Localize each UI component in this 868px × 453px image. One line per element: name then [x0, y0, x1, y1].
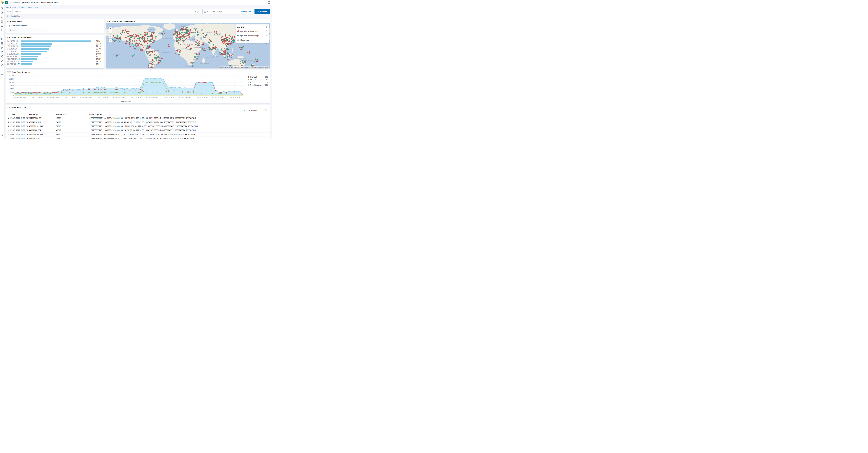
expand-row-icon[interactable]	[8, 129, 10, 131]
geo-point[interactable]	[151, 39, 152, 40]
machine-learning-icon[interactable]	[0, 33, 4, 36]
geo-point[interactable]	[187, 27, 188, 28]
geo-point[interactable]	[183, 41, 184, 42]
geo-point[interactable]	[221, 38, 222, 39]
geo-point[interactable]	[151, 35, 152, 36]
share-button[interactable]: Share	[19, 6, 24, 8]
geo-point[interactable]	[143, 47, 144, 48]
geo-point[interactable]	[148, 65, 149, 66]
geo-point[interactable]	[185, 29, 186, 30]
geo-point[interactable]	[182, 29, 183, 30]
geo-point[interactable]	[134, 54, 135, 55]
geo-point[interactable]	[188, 31, 189, 32]
geo-point[interactable]	[182, 28, 183, 29]
geo-point[interactable]	[245, 62, 246, 63]
geo-point[interactable]	[127, 41, 128, 42]
geo-point[interactable]	[187, 32, 188, 33]
geo-point[interactable]	[129, 43, 130, 44]
geo-point[interactable]	[123, 30, 124, 31]
geo-point[interactable]	[221, 49, 222, 50]
geo-point[interactable]	[203, 44, 204, 45]
geo-point[interactable]	[225, 51, 226, 52]
search-input[interactable]	[12, 10, 193, 13]
column-time[interactable]: Time	[10, 113, 29, 116]
geo-point[interactable]	[222, 54, 223, 55]
geo-point[interactable]	[179, 51, 180, 52]
geo-point[interactable]	[145, 41, 146, 42]
geo-point[interactable]	[180, 33, 181, 34]
geo-point[interactable]	[223, 51, 224, 52]
geo-point[interactable]	[114, 37, 115, 38]
geo-point[interactable]	[207, 34, 208, 35]
expand-row-icon[interactable]	[8, 121, 10, 123]
geo-point[interactable]	[180, 29, 181, 30]
geo-point[interactable]	[127, 33, 128, 34]
geo-point[interactable]	[143, 41, 144, 42]
geo-point[interactable]	[116, 37, 117, 38]
geo-point[interactable]	[225, 41, 226, 42]
geo-point[interactable]	[194, 57, 195, 58]
geo-point[interactable]	[184, 32, 185, 33]
geo-point[interactable]	[158, 63, 159, 64]
geo-point[interactable]	[136, 40, 137, 41]
geo-point[interactable]	[179, 54, 180, 55]
geo-point[interactable]	[176, 37, 177, 38]
geo-point[interactable]	[192, 65, 193, 66]
geo-point[interactable]	[208, 42, 209, 43]
geo-point[interactable]	[220, 54, 221, 55]
geo-point[interactable]	[185, 39, 186, 40]
ip-bar[interactable]	[21, 56, 91, 57]
geo-point[interactable]	[138, 43, 140, 44]
geo-point[interactable]	[227, 54, 228, 55]
geo-point[interactable]	[184, 34, 185, 35]
geo-point[interactable]	[117, 36, 118, 37]
legend-item[interactable]: ACCEPT253	[248, 79, 268, 81]
geo-point[interactable]	[169, 46, 170, 47]
geo-point[interactable]	[113, 35, 114, 36]
geo-point[interactable]	[182, 39, 183, 41]
geo-point[interactable]	[179, 40, 180, 41]
geo-point[interactable]	[130, 41, 131, 42]
geo-point[interactable]	[187, 35, 188, 36]
geo-point[interactable]	[223, 41, 224, 42]
geo-point[interactable]	[230, 36, 231, 37]
geo-point[interactable]	[227, 53, 228, 54]
add-filter-button[interactable]: + Add filter	[11, 15, 20, 17]
geo-point[interactable]	[256, 59, 258, 60]
geo-point[interactable]	[117, 38, 118, 39]
geo-point[interactable]	[146, 51, 147, 53]
geo-point[interactable]	[242, 65, 243, 66]
geo-point[interactable]	[150, 35, 151, 36]
full-screen-button[interactable]: Full screen	[6, 6, 16, 8]
geo-point[interactable]	[133, 55, 134, 56]
geo-point[interactable]	[177, 32, 178, 33]
geo-point[interactable]	[158, 62, 159, 63]
geo-point[interactable]	[240, 63, 241, 64]
geo-point[interactable]	[197, 45, 198, 46]
geo-point[interactable]	[126, 37, 127, 38]
geo-point[interactable]	[161, 33, 162, 34]
geo-point[interactable]	[247, 52, 248, 53]
layer-road-map[interactable]: Road map	[236, 38, 269, 42]
s3-bucket-select[interactable]: Select...	[9, 28, 49, 32]
geo-point[interactable]	[214, 34, 215, 35]
geo-point[interactable]	[135, 43, 136, 44]
geo-point[interactable]	[232, 36, 233, 37]
geo-point[interactable]	[210, 40, 211, 41]
geo-point[interactable]	[147, 38, 148, 39]
geo-point[interactable]	[138, 35, 139, 36]
geo-point[interactable]	[145, 34, 146, 35]
geo-point[interactable]	[129, 42, 130, 43]
geo-point[interactable]	[216, 31, 217, 32]
column-source-port[interactable]: source.port	[56, 113, 89, 116]
geo-point[interactable]	[141, 44, 142, 45]
geo-point[interactable]	[234, 40, 235, 41]
geo-point[interactable]	[227, 44, 228, 45]
geo-point[interactable]	[125, 30, 126, 31]
geo-point[interactable]	[251, 64, 252, 65]
geo-point[interactable]	[255, 59, 256, 60]
edit-button[interactable]: Edit	[35, 6, 38, 8]
geo-point[interactable]	[199, 41, 200, 42]
geo-point[interactable]	[221, 54, 222, 55]
geo-point[interactable]	[240, 61, 241, 62]
